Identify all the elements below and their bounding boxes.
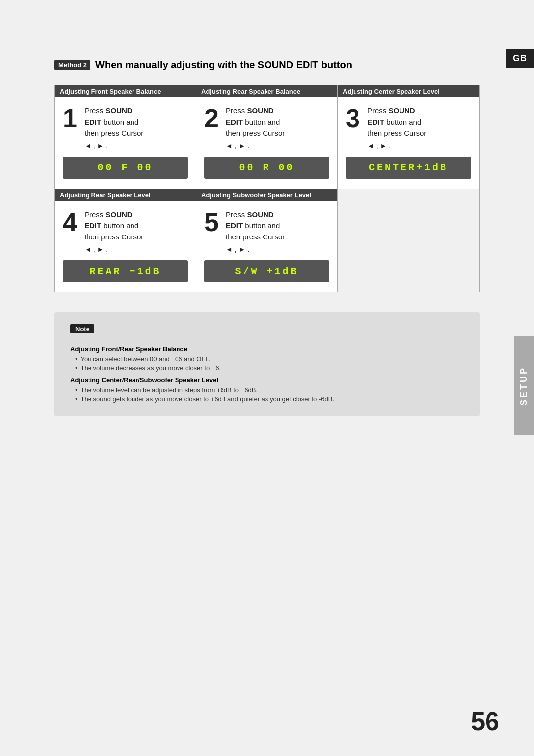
method-badge: Method 2: [54, 60, 90, 70]
cards-grid-bottom: Adjusting Rear Speaker Level 4 Press SOU…: [54, 189, 480, 293]
method-title: When manually adjusting with the SOUND E…: [95, 59, 352, 71]
note-item-1-2: The volume decreases as you move closer …: [75, 364, 464, 372]
note-subheader-1: Adjusting Front/Rear Speaker Balance: [70, 345, 464, 353]
display-4: REAR −1dB: [63, 260, 188, 282]
note-item-1-1: You can select between 00 and −06 and OF…: [75, 355, 464, 363]
page-number: 56: [471, 707, 499, 736]
display-3: CENTER+1dB: [346, 157, 471, 179]
cursor-arrows-2: ◄ , ► .: [226, 142, 285, 150]
cursor-arrows-5: ◄ , ► .: [226, 245, 285, 253]
card-4: Adjusting Rear Speaker Level 4 Press SOU…: [55, 189, 196, 292]
step-number-4: 4: [63, 209, 79, 235]
card-1: Adjusting Front Speaker Balance 1 Press …: [55, 85, 196, 189]
card-5: Adjusting Subwoofer Speaker Level 5 Pres…: [196, 189, 338, 292]
note-badge: Note: [70, 324, 94, 333]
note-section: Note Adjusting Front/Rear Speaker Balanc…: [54, 312, 480, 416]
note-item-2-1: The volume level can be adjusted in step…: [75, 386, 464, 394]
display-1: 00 F 00: [63, 157, 188, 179]
step-number-1: 1: [63, 105, 79, 131]
cursor-arrows-3: ◄ , ► .: [367, 142, 426, 150]
card-empty: [338, 189, 479, 292]
gb-tab: GB: [506, 49, 534, 68]
card-3: Adjusting Center Speaker Level 3 Press S…: [338, 85, 479, 189]
step-number-3: 3: [346, 105, 361, 131]
cursor-arrows-4: ◄ , ► .: [85, 245, 143, 253]
card-4-header: Adjusting Rear Speaker Level: [55, 189, 196, 201]
step-text-5: Press SOUND EDIT button and then press C…: [226, 209, 285, 243]
method-header: Method 2 When manually adjusting with th…: [54, 59, 480, 71]
card-5-header: Adjusting Subwoofer Speaker Level: [196, 189, 337, 201]
step-number-2: 2: [204, 105, 220, 131]
display-5: S/W +1dB: [204, 260, 329, 282]
card-2: Adjusting Rear Speaker Balance 2 Press S…: [196, 85, 338, 189]
step-text-3: Press SOUND EDIT button and then press C…: [367, 105, 426, 139]
cursor-arrows-1: ◄ , ► .: [85, 142, 143, 150]
note-subheader-2: Adjusting Center/Rear/Subwoofer Speaker …: [70, 377, 464, 384]
card-2-header: Adjusting Rear Speaker Balance: [196, 85, 337, 97]
card-3-header: Adjusting Center Speaker Level: [338, 85, 479, 97]
setup-tab: SETUP: [514, 336, 534, 435]
display-2: 00 R 00: [204, 157, 329, 179]
step-number-5: 5: [204, 209, 220, 235]
step-text-4: Press SOUND EDIT button and then press C…: [85, 209, 143, 243]
step-text-2: Press SOUND EDIT button and then press C…: [226, 105, 285, 139]
cards-grid-top: Adjusting Front Speaker Balance 1 Press …: [54, 85, 480, 189]
card-1-header: Adjusting Front Speaker Balance: [55, 85, 196, 97]
step-text-1: Press SOUND EDIT button and then press C…: [85, 105, 143, 139]
note-item-2-2: The sound gets louder as you move closer…: [75, 395, 464, 403]
